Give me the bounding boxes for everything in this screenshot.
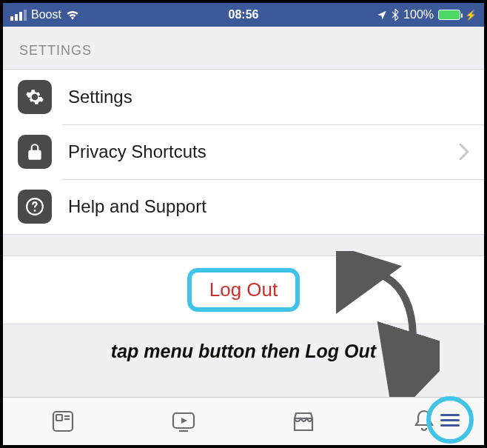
location-icon: [377, 10, 387, 20]
signal-icon: [10, 10, 27, 21]
bluetooth-icon: [392, 9, 399, 21]
instruction-caption: tap menu button then Log Out: [3, 324, 484, 370]
tab-menu[interactable]: [426, 396, 474, 444]
help-icon: [18, 190, 52, 224]
logout-label: Log Out: [209, 278, 278, 301]
lock-icon: [18, 135, 52, 169]
clock: 08:56: [229, 8, 259, 21]
gear-icon: [18, 80, 52, 114]
logout-row[interactable]: Log Out: [3, 255, 484, 324]
svg-rect-3: [56, 415, 62, 421]
status-left: Boost: [10, 8, 79, 21]
row-settings[interactable]: Settings: [3, 70, 484, 124]
carrier-label: Boost: [31, 8, 61, 21]
svg-point-1: [34, 210, 36, 212]
logout-highlight: Log Out: [187, 268, 300, 312]
row-privacy-label: Privacy Shortcuts: [68, 141, 459, 162]
row-settings-label: Settings: [68, 87, 469, 107]
battery-icon: [438, 10, 460, 20]
status-right: 100% ⚡: [377, 8, 477, 21]
chevron-right-icon: [459, 144, 469, 160]
row-privacy[interactable]: Privacy Shortcuts: [3, 124, 484, 179]
battery-percent: 100%: [403, 8, 434, 21]
settings-section-header: SETTINGS: [3, 27, 484, 69]
row-help[interactable]: Help and Support: [3, 179, 484, 234]
tab-feed[interactable]: [47, 405, 79, 438]
tab-watch[interactable]: [167, 405, 200, 438]
hamburger-icon: [440, 411, 460, 429]
wifi-icon: [66, 10, 79, 20]
status-bar: Boost 08:56 100% ⚡: [3, 3, 484, 27]
row-help-label: Help and Support: [68, 196, 469, 217]
tab-marketplace[interactable]: [287, 405, 320, 438]
charging-icon: ⚡: [465, 10, 477, 21]
settings-list: Settings Privacy Shortcuts Help and Supp…: [3, 69, 484, 235]
tab-bar: [3, 397, 484, 445]
app-frame: Boost 08:56 100% ⚡ SETTINGS Settings Pri…: [0, 0, 487, 448]
